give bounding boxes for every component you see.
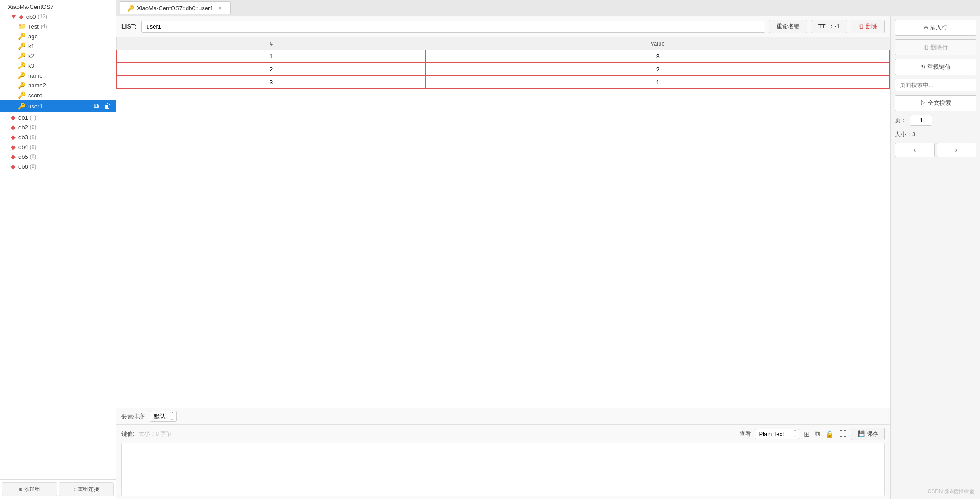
format-icon-3[interactable]: 🔒 bbox=[824, 429, 835, 439]
copy-key-button[interactable]: ⧉ bbox=[93, 101, 100, 111]
data-table-wrap: # value 132231 bbox=[116, 37, 890, 408]
table-row[interactable]: 13 bbox=[116, 50, 890, 63]
db1-node[interactable]: ◆ db1 (1) bbox=[0, 112, 116, 122]
sort-select-wrap: 默认 升序 降序 bbox=[150, 411, 177, 422]
db5-label: db5 bbox=[18, 154, 28, 160]
table-row[interactable]: 31 bbox=[116, 76, 890, 89]
key-user1-label: user1 bbox=[28, 103, 43, 110]
db5-count: (0) bbox=[30, 154, 37, 160]
cell-value-1[interactable]: 2 bbox=[426, 63, 890, 76]
format-icon-4[interactable]: ⛶ bbox=[839, 429, 847, 439]
reconnect-label: ↕ 重组连接 bbox=[74, 486, 99, 493]
prev-page-button[interactable]: ‹ bbox=[895, 143, 935, 157]
key-age[interactable]: 🔑 age bbox=[0, 31, 116, 41]
table-row[interactable]: 22 bbox=[116, 63, 890, 76]
tab-bar: 🔑 XiaoMa-CentOS7::db0::user1 × bbox=[116, 0, 980, 16]
size-row: 大小：3 bbox=[895, 129, 976, 139]
page-search-input[interactable] bbox=[895, 79, 976, 91]
save-button[interactable]: 💾 保存 bbox=[851, 428, 885, 440]
tab-title: XiaoMa-CentOS7::db0::user1 bbox=[137, 5, 213, 12]
cell-index-2[interactable]: 3 bbox=[116, 76, 426, 89]
db6-label: db6 bbox=[18, 163, 28, 170]
db3-count: (0) bbox=[30, 134, 37, 140]
db3-node[interactable]: ◆ db3 (0) bbox=[0, 132, 116, 142]
db6-node[interactable]: ◆ db6 (0) bbox=[0, 162, 116, 171]
reload-button[interactable]: ↻ 重载键值 bbox=[895, 59, 976, 75]
reconnect-button[interactable]: ↕ 重组连接 bbox=[59, 482, 114, 496]
delete-key-button[interactable]: 🗑 bbox=[103, 101, 112, 111]
key-user1-icon: 🔑 bbox=[18, 103, 25, 110]
db0-node[interactable]: ▼ ◆ db0 (12) bbox=[0, 12, 116, 21]
key-size-hint: 大小：0 字节 bbox=[138, 430, 172, 438]
db4-node[interactable]: ◆ db4 (0) bbox=[0, 142, 116, 152]
tab-close-button[interactable]: × bbox=[218, 4, 223, 12]
test-folder-node[interactable]: 📁 Test (4) bbox=[0, 21, 116, 31]
view-format-select[interactable]: Plain Text JSON Hex Binary bbox=[755, 429, 799, 439]
db3-label: db3 bbox=[18, 134, 28, 141]
cell-value-0[interactable]: 3 bbox=[426, 50, 890, 63]
delete-button[interactable]: 🗑 删除 bbox=[851, 20, 885, 33]
page-input[interactable] bbox=[910, 115, 932, 126]
key-k2[interactable]: 🔑 k2 bbox=[0, 51, 116, 61]
db0-count: (12) bbox=[38, 13, 47, 20]
key-score[interactable]: 🔑 score bbox=[0, 90, 116, 100]
db5-node[interactable]: ◆ db5 (0) bbox=[0, 152, 116, 162]
sort-bar: 要素排序 默认 升序 降序 bbox=[116, 408, 890, 424]
key-k3[interactable]: 🔑 k3 bbox=[0, 61, 116, 71]
value-textarea[interactable] bbox=[121, 443, 885, 496]
col-header-index: # bbox=[116, 37, 426, 50]
key-user1[interactable]: 🔑 user1 ⧉ 🗑 bbox=[0, 100, 116, 112]
right-panel: ⊕ 插入行 🗑 删除行 ↻ 重载键值 ▷ 全文搜索 页： 大小：3 ‹ › CS… bbox=[891, 16, 980, 499]
value-editor-header: 键值: 大小：0 字节 查看 Plain Text JSON Hex Binar… bbox=[121, 428, 885, 440]
key-k2-icon: 🔑 bbox=[18, 52, 25, 59]
format-icon-1[interactable]: ⊞ bbox=[803, 429, 810, 439]
ttl-display: TTL：-1 bbox=[811, 20, 847, 33]
db0-label: db0 bbox=[26, 13, 36, 20]
rename-key-button[interactable]: 重命名键 bbox=[769, 20, 807, 33]
tree-item-actions: ⧉ 🗑 bbox=[93, 101, 112, 111]
view-select-wrap: Plain Text JSON Hex Binary bbox=[755, 429, 799, 439]
cell-index-0[interactable]: 1 bbox=[116, 50, 426, 63]
db4-label: db4 bbox=[18, 144, 28, 150]
key-score-icon: 🔑 bbox=[18, 91, 25, 99]
db1-label: db1 bbox=[18, 114, 28, 121]
key-name-input[interactable] bbox=[141, 21, 765, 33]
nav-row: ‹ › bbox=[895, 143, 976, 157]
next-page-button[interactable]: › bbox=[937, 143, 977, 157]
key-name2[interactable]: 🔑 name2 bbox=[0, 80, 116, 90]
sidebar-footer: ⊕ 添加组 ↕ 重组连接 bbox=[0, 479, 116, 499]
db0-collapse-icon: ▼ bbox=[11, 13, 17, 20]
key-name2-icon: 🔑 bbox=[18, 82, 25, 89]
fulltext-search-button[interactable]: ▷ 全文搜索 bbox=[895, 95, 976, 111]
key-score-label: score bbox=[28, 92, 42, 99]
sort-select[interactable]: 默认 升序 降序 bbox=[150, 411, 177, 422]
main-panel: LIST: 重命名键 TTL：-1 🗑 删除 # value 132231 bbox=[116, 16, 980, 499]
server-node[interactable]: XiaoMa-CentOS7 bbox=[0, 2, 116, 12]
key-age-label: age bbox=[28, 33, 38, 40]
key-k1-label: k1 bbox=[28, 43, 34, 50]
key-k1[interactable]: 🔑 k1 bbox=[0, 41, 116, 51]
cell-value-2[interactable]: 1 bbox=[426, 76, 890, 89]
key-name[interactable]: 🔑 name bbox=[0, 71, 116, 80]
folder-icon: 📁 bbox=[18, 23, 25, 30]
key-name-icon: 🔑 bbox=[18, 72, 25, 79]
key-name-label: name bbox=[28, 72, 43, 79]
add-group-label: ⊕ 添加组 bbox=[18, 486, 40, 493]
db1-icon: ◆ bbox=[11, 114, 16, 121]
delete-row-button[interactable]: 🗑 删除行 bbox=[895, 39, 976, 55]
main-content: 🔑 XiaoMa-CentOS7::db0::user1 × LIST: 重命名… bbox=[116, 0, 980, 499]
db3-icon: ◆ bbox=[11, 133, 16, 141]
db4-count: (0) bbox=[30, 144, 37, 150]
sort-label: 要素排序 bbox=[121, 412, 145, 420]
cell-index-1[interactable]: 2 bbox=[116, 63, 426, 76]
test-folder-label: Test bbox=[28, 23, 39, 30]
key-k1-icon: 🔑 bbox=[18, 42, 25, 50]
tab-user1[interactable]: 🔑 XiaoMa-CentOS7::db0::user1 × bbox=[120, 1, 231, 14]
watermark: CSDN @&梧桐树夏 bbox=[927, 488, 975, 495]
db1-count: (1) bbox=[30, 114, 37, 121]
key-value-label: 键值: bbox=[121, 430, 135, 438]
insert-row-button[interactable]: ⊕ 插入行 bbox=[895, 20, 976, 36]
format-icon-2[interactable]: ⧉ bbox=[814, 429, 821, 439]
add-group-button[interactable]: ⊕ 添加组 bbox=[2, 482, 57, 496]
db2-node[interactable]: ◆ db2 (0) bbox=[0, 122, 116, 132]
